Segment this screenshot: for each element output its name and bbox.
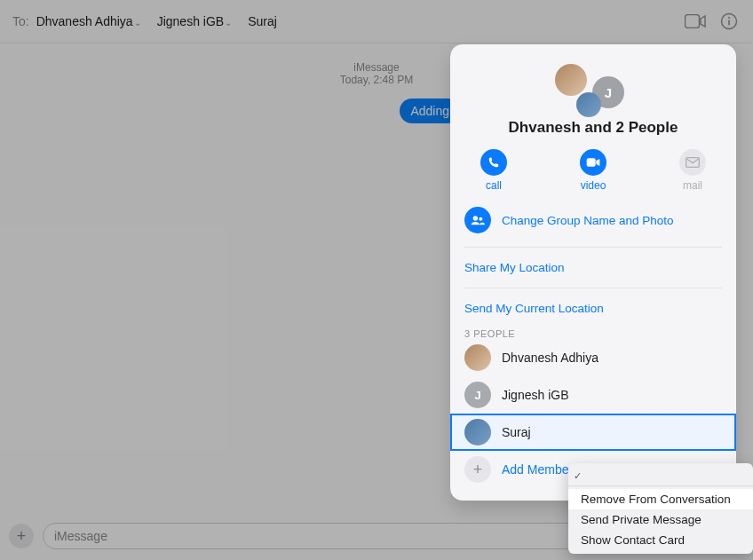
share-location-label: Share My Location bbox=[464, 261, 565, 274]
change-group-label: Change Group Name and Photo bbox=[502, 214, 674, 227]
video-icon bbox=[580, 149, 606, 176]
add-member-label: Add Member bbox=[502, 462, 573, 477]
avatar bbox=[464, 419, 491, 446]
separator bbox=[464, 288, 722, 288]
person-row[interactable]: Dhvanesh Adhiya bbox=[464, 339, 722, 376]
separator bbox=[464, 247, 722, 248]
video-action[interactable]: video bbox=[567, 149, 620, 192]
people-section-header: 3 PEOPLE bbox=[464, 328, 722, 339]
call-action[interactable]: call bbox=[467, 149, 520, 192]
context-menu: Remove From Conversation Send Private Me… bbox=[568, 463, 753, 554]
group-avatar-cluster: J bbox=[450, 60, 736, 114]
video-label: video bbox=[567, 179, 620, 192]
menu-remove-from-conversation[interactable]: Remove From Conversation bbox=[568, 489, 753, 509]
change-group-row[interactable]: Change Group Name and Photo bbox=[464, 202, 722, 238]
mail-icon bbox=[679, 149, 706, 176]
call-label: call bbox=[467, 179, 520, 192]
person-name: Jignesh iGB bbox=[502, 388, 568, 402]
mail-label: mail bbox=[666, 179, 719, 192]
person-row[interactable]: J Jignesh iGB bbox=[464, 376, 722, 414]
svg-rect-4 bbox=[587, 158, 596, 166]
person-name: Suraj bbox=[502, 425, 531, 439]
person-name: Dhvanesh Adhiya bbox=[502, 351, 598, 365]
avatar bbox=[576, 92, 601, 117]
separator bbox=[568, 485, 753, 486]
phone-icon bbox=[480, 149, 507, 176]
menu-show-contact-card[interactable]: Show Contact Card bbox=[568, 530, 753, 550]
send-current-location-row[interactable]: Send My Current Location bbox=[464, 297, 722, 319]
group-title: Dhvanesh and 2 People bbox=[450, 119, 736, 137]
menu-send-private-message[interactable]: Send Private Message bbox=[568, 509, 753, 530]
avatar: J bbox=[464, 382, 491, 408]
avatar bbox=[464, 344, 491, 371]
avatar bbox=[555, 64, 587, 96]
send-current-location-label: Send My Current Location bbox=[464, 302, 604, 315]
details-popover: J Dhvanesh and 2 People call video mail bbox=[450, 44, 736, 501]
mail-action: mail bbox=[666, 149, 719, 192]
person-row-selected[interactable]: Suraj bbox=[450, 414, 736, 451]
share-location-row[interactable]: Share My Location bbox=[464, 256, 722, 279]
plus-icon: + bbox=[464, 456, 491, 483]
context-menu-checked-blank[interactable] bbox=[568, 467, 753, 483]
svg-point-6 bbox=[473, 216, 478, 220]
people-icon bbox=[464, 207, 491, 233]
quick-actions: call video mail bbox=[450, 149, 736, 192]
svg-point-7 bbox=[479, 217, 482, 221]
